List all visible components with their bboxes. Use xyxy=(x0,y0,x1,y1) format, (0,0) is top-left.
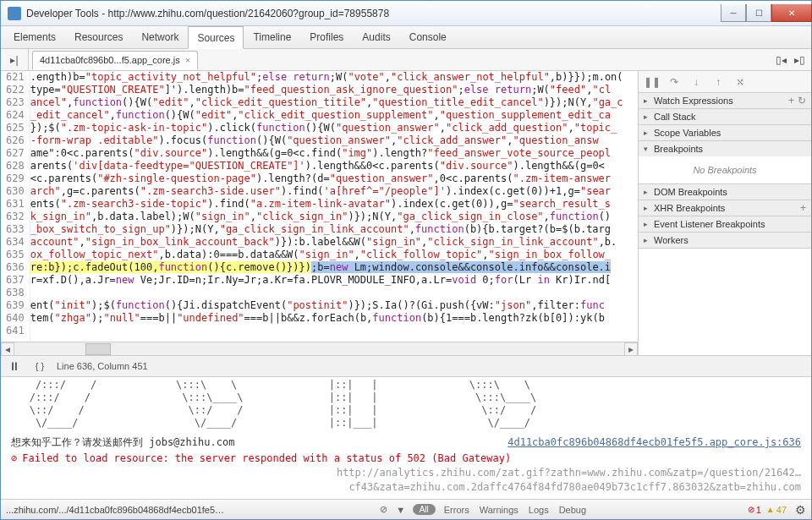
step-out-icon[interactable]: ↑ xyxy=(708,74,728,90)
line-gutter: 621 622623624625626 627628629630631 6326… xyxy=(1,71,30,342)
pretty-print-icon[interactable]: { } xyxy=(31,358,48,375)
maximize-button[interactable]: ☐ xyxy=(746,4,771,22)
watch-add-icon[interactable]: + xyxy=(788,95,794,107)
pause-icon[interactable]: ❚❚ xyxy=(642,74,662,90)
acc-dombp[interactable]: ▸DOM Breakpoints xyxy=(639,184,811,200)
step-over-icon[interactable]: ↷ xyxy=(664,74,684,90)
tab-audits[interactable]: Audits xyxy=(353,26,399,48)
error-count[interactable]: ⊘1 xyxy=(748,505,761,515)
scroll-thumb[interactable] xyxy=(85,343,111,355)
minimize-button[interactable]: ─ xyxy=(721,4,746,22)
console-error-url1: http://analytics.zhihu.com/zat.gif?zathn… xyxy=(11,467,801,479)
devtools-window: Developer Tools - http://www.zhihu.com/q… xyxy=(0,0,812,520)
history-back-icon[interactable]: ▯◂ xyxy=(772,52,789,68)
deactivate-breakpoints-icon[interactable]: ⤭ xyxy=(730,74,750,90)
filter-all[interactable]: All xyxy=(413,504,436,515)
titlebar[interactable]: Developer Tools - http://www.zhihu.com/q… xyxy=(1,1,811,26)
sources-toolbar: ▸| 4d11cba0fc896b0...f5.app_core.js × ▯◂… xyxy=(1,49,811,71)
status-path: ...zhihu.com/.../4d11cba0fc896b04868df4e… xyxy=(6,505,226,515)
filter-logs[interactable]: Logs xyxy=(529,505,549,515)
console-error-url2: cf43&zata=zhihu.com.2daffc4764f84fd780ae… xyxy=(11,481,801,494)
scroll-right-icon[interactable]: ▸ xyxy=(624,342,638,356)
settings-icon[interactable]: ⚙ xyxy=(795,503,806,517)
debugger-controls: ❚❚ ↷ ↓ ↑ ⤭ xyxy=(639,71,811,93)
console-toolbar: ⏸ { } Line 636, Column 451 xyxy=(1,355,811,377)
tab-console[interactable]: Console xyxy=(400,26,456,48)
acc-workers[interactable]: ▸Workers xyxy=(639,233,811,248)
breakpoints-empty: No Breakpoints xyxy=(639,156,811,183)
console-recruit-msg: 4d11cba0fc896b04868df4ecb01fe5f5.app_cor… xyxy=(11,436,801,449)
scroll-left-icon[interactable]: ◂ xyxy=(1,342,14,356)
acc-scope[interactable]: ▸Scope Variables xyxy=(639,125,811,140)
statusbar: ...zhihu.com/.../4d11cba0fc896b04868df4e… xyxy=(1,499,811,519)
ascii-art: /:::/ / \:::\ \ |::| | \:::\ \ /:::/ / \… xyxy=(11,379,801,430)
acc-xhrbp[interactable]: ▸XHR Breakpoints+ xyxy=(639,200,811,216)
acc-watch[interactable]: ▸Watch Expressions+↻ xyxy=(639,93,811,108)
console-source-link[interactable]: 4d11cba0fc896b04868df4ecb01fe5f5.app_cor… xyxy=(508,436,801,449)
history-fwd-icon[interactable]: ▸▯ xyxy=(791,52,808,68)
filter-warnings[interactable]: Warnings xyxy=(480,505,518,515)
app-icon xyxy=(8,7,21,20)
debugger-sidebar: ❚❚ ↷ ↓ ↑ ⤭ ▸Watch Expressions+↻ ▸Call St… xyxy=(639,71,811,355)
file-tab-label: 4d11cba0fc896b0...f5.app_core.js xyxy=(40,55,180,65)
clear-console-icon[interactable]: ⊘ xyxy=(376,503,392,517)
horizontal-scrollbar[interactable]: ◂ ▸ xyxy=(1,342,638,355)
code-content[interactable]: .ength)b="topic_activity_not_helpful";el… xyxy=(30,71,638,342)
console-output[interactable]: /:::/ / \:::\ \ |::| | \:::\ \ /:::/ / \… xyxy=(1,377,811,499)
tab-profiles[interactable]: Profiles xyxy=(300,26,353,48)
window-title: Developer Tools - http://www.zhihu.com/q… xyxy=(26,8,721,19)
step-into-icon[interactable]: ↓ xyxy=(686,74,706,90)
filter-debug[interactable]: Debug xyxy=(559,505,586,515)
tab-network[interactable]: Network xyxy=(132,26,188,48)
cursor-position: Line 636, Column 451 xyxy=(57,361,148,371)
warning-count[interactable]: ▲47 xyxy=(766,505,787,515)
acc-callstack[interactable]: ▸Call Stack xyxy=(639,109,811,124)
tab-elements[interactable]: Elements xyxy=(4,26,65,48)
filter-errors[interactable]: Errors xyxy=(444,505,469,515)
tab-sources[interactable]: Sources xyxy=(188,26,244,49)
code-editor[interactable]: 621 622623624625626 627628629630631 6326… xyxy=(1,71,639,355)
close-tab-icon[interactable]: × xyxy=(185,55,190,65)
tab-resources[interactable]: Resources xyxy=(65,26,132,48)
navigator-toggle-icon[interactable]: ▸| xyxy=(6,52,23,68)
pause-on-exceptions-icon[interactable]: ⏸ xyxy=(6,358,23,375)
close-button[interactable]: ✕ xyxy=(771,4,812,22)
acc-eventbp[interactable]: ▸Event Listener Breakpoints xyxy=(639,216,811,232)
xhr-add-icon[interactable]: + xyxy=(800,202,806,214)
acc-breakpoints[interactable]: ▾Breakpoints xyxy=(639,141,811,156)
filter-icon[interactable]: ▼ xyxy=(392,503,409,517)
main-tabs: Elements Resources Network Sources Timel… xyxy=(1,26,811,49)
console-error: Failed to load resource: the server resp… xyxy=(11,452,801,465)
file-tab[interactable]: 4d11cba0fc896b0...f5.app_core.js × xyxy=(32,51,198,69)
watch-refresh-icon[interactable]: ↻ xyxy=(798,95,806,107)
tab-timeline[interactable]: Timeline xyxy=(244,26,300,48)
